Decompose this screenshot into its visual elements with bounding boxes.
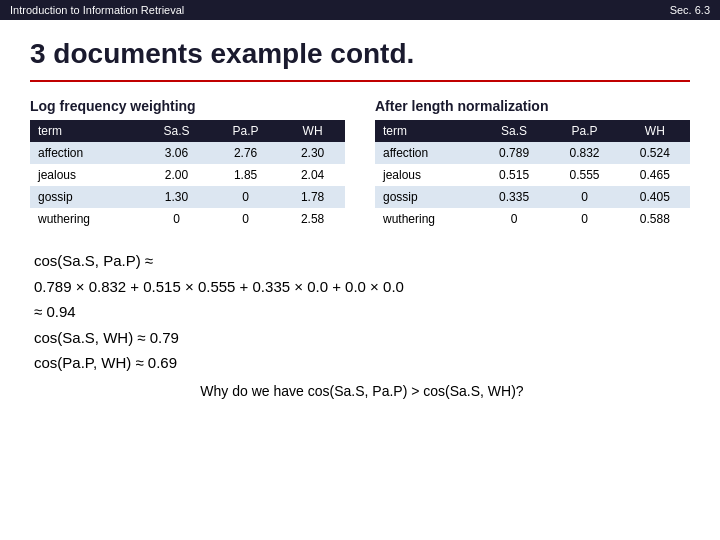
formula-line1: cos(Sa.S, Pa.P) ≈ bbox=[34, 248, 690, 274]
left-col-wh: WH bbox=[280, 120, 345, 142]
formula-line2: 0.789 × 0.832 + 0.515 × 0.555 + 0.335 × … bbox=[34, 274, 690, 300]
left-table-body: affection3.062.762.30jealous2.001.852.04… bbox=[30, 142, 345, 230]
left-col-term: term bbox=[30, 120, 142, 142]
table-row: jealous2.001.852.04 bbox=[30, 164, 345, 186]
right-table: term Sa.S Pa.P WH affection0.7890.8320.5… bbox=[375, 120, 690, 230]
why-line: Why do we have cos(Sa.S, Pa.P) > cos(Sa.… bbox=[34, 380, 690, 404]
right-col-sas: Sa.S bbox=[479, 120, 549, 142]
left-col-pap: Pa.P bbox=[211, 120, 280, 142]
page-header: Introduction to Information Retrieval Se… bbox=[0, 0, 720, 20]
left-table-section: Log frequency weighting term Sa.S Pa.P W… bbox=[30, 98, 345, 230]
right-section-title: After length normalization bbox=[375, 98, 690, 114]
right-table-section: After length normalization term Sa.S Pa.… bbox=[375, 98, 690, 230]
left-col-sas: Sa.S bbox=[142, 120, 211, 142]
table-row: affection3.062.762.30 bbox=[30, 142, 345, 164]
header-right: Sec. 6.3 bbox=[670, 4, 710, 16]
formula-line5: cos(Pa.P, WH) ≈ 0.69 bbox=[34, 350, 690, 376]
main-content: 3 documents example contd. Log frequency… bbox=[0, 20, 720, 413]
tables-row: Log frequency weighting term Sa.S Pa.P W… bbox=[30, 98, 690, 230]
header-left: Introduction to Information Retrieval bbox=[10, 4, 184, 16]
table-row: wuthering002.58 bbox=[30, 208, 345, 230]
left-table-header-row: term Sa.S Pa.P WH bbox=[30, 120, 345, 142]
page-title: 3 documents example contd. bbox=[30, 38, 690, 70]
table-row: gossip0.33500.405 bbox=[375, 186, 690, 208]
table-row: jealous0.5150.5550.465 bbox=[375, 164, 690, 186]
formula-line3: ≈ 0.94 bbox=[34, 299, 690, 325]
formulas-section: cos(Sa.S, Pa.P) ≈ 0.789 × 0.832 + 0.515 … bbox=[34, 248, 690, 403]
right-table-body: affection0.7890.8320.524jealous0.5150.55… bbox=[375, 142, 690, 230]
formula-line4: cos(Sa.S, WH) ≈ 0.79 bbox=[34, 325, 690, 351]
table-row: affection0.7890.8320.524 bbox=[375, 142, 690, 164]
table-row: wuthering000.588 bbox=[375, 208, 690, 230]
left-table: term Sa.S Pa.P WH affection3.062.762.30j… bbox=[30, 120, 345, 230]
right-col-wh: WH bbox=[620, 120, 690, 142]
left-section-title: Log frequency weighting bbox=[30, 98, 345, 114]
right-col-pap: Pa.P bbox=[549, 120, 619, 142]
right-col-term: term bbox=[375, 120, 479, 142]
right-table-header-row: term Sa.S Pa.P WH bbox=[375, 120, 690, 142]
table-row: gossip1.3001.78 bbox=[30, 186, 345, 208]
divider bbox=[30, 80, 690, 82]
